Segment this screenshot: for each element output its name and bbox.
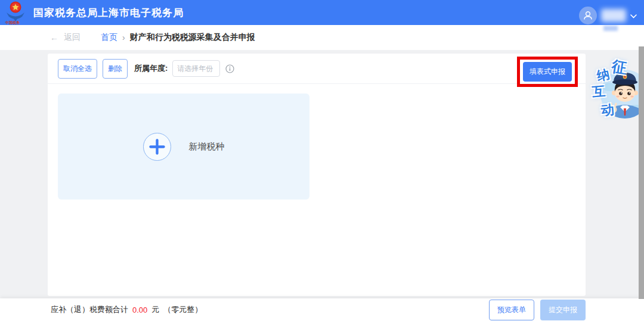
app-title: 国家税务总局上海市电子税务局 [33, 6, 184, 20]
back-arrow-icon: ← [50, 33, 58, 42]
footer-bar: 应补（退）税费额合计 0.00 元 （零元整） 预览表单 提交申报 [0, 298, 644, 321]
redacted-subtext [603, 26, 618, 31]
breadcrumb-home-link[interactable]: 首页 [101, 32, 117, 43]
year-select-input[interactable]: 请选择年份 [172, 60, 220, 77]
screen: 中国税务 国家税务总局上海市电子税务局 ← 返回 首页 › [0, 0, 644, 321]
amount-in-words: （零元整） [163, 304, 202, 315]
submit-declare-button[interactable]: 提交申报 [540, 300, 586, 320]
add-circle[interactable] [143, 133, 171, 161]
chevron-down-icon [630, 14, 637, 18]
redacted-username [601, 9, 626, 22]
tax-bureau-logo-icon: 中国税务 [4, 1, 27, 24]
year-label: 所属年度: [134, 63, 168, 74]
back-button[interactable]: ← 返回 [50, 32, 80, 43]
cancel-select-all-button[interactable]: 取消全选 [58, 59, 97, 79]
breadcrumb: ← 返回 首页 › 财产和行为税税源采集及合并申报 [0, 25, 644, 50]
plus-icon [144, 133, 171, 161]
total-label: 应补（退）税费额合计 [51, 304, 128, 315]
mascot-char-zheng: 征 [611, 58, 628, 76]
user-icon [583, 10, 593, 21]
breadcrumb-current-page: 财产和行为税税源采集及合并申报 [130, 32, 255, 43]
total-amount-summary: 应补（退）税费额合计 0.00 元 （零元整） [51, 304, 202, 315]
back-label: 返回 [64, 32, 80, 43]
fill-form-declare-button[interactable]: 填表式申报 [523, 62, 572, 82]
logo-text: 中国税务 [5, 20, 20, 24]
breadcrumb-separator: › [122, 33, 125, 42]
breadcrumb-bar: ← 返回 首页 › 财产和行为税税源采集及合并申报 [0, 25, 644, 50]
mascot-widget[interactable]: 征 纳 互 动 [589, 58, 640, 121]
footer-actions: 预览表单 提交申报 [489, 300, 586, 320]
mascot-char-hu: 互 [592, 85, 606, 99]
avatar[interactable] [579, 7, 597, 24]
app-header: 中国税务 国家税务总局上海市电子税务局 [0, 0, 644, 25]
preview-form-button[interactable]: 预览表单 [489, 300, 534, 320]
add-tax-type-label: 新增税种 [189, 141, 225, 152]
delete-button[interactable]: 删除 [103, 59, 128, 79]
annotation-highlight-box: 填表式申报 [517, 57, 578, 87]
user-menu[interactable] [579, 0, 637, 25]
toolbar: 取消全选 删除 所属年度: 请选择年份 填表式 [48, 54, 586, 84]
mascot-char-dong: 动 [600, 103, 614, 117]
add-tax-type-panel[interactable]: 新增税种 [58, 94, 309, 200]
year-placeholder: 请选择年份 [177, 64, 213, 74]
main-card: 取消全选 删除 所属年度: 请选择年份 填表式 [48, 54, 586, 296]
currency-unit: 元 [151, 304, 159, 315]
total-amount-value: 0.00 [132, 306, 147, 314]
info-icon[interactable] [225, 64, 234, 73]
mascot-char-na: 纳 [596, 67, 611, 82]
scrollbar-thumb[interactable] [639, 46, 644, 299]
